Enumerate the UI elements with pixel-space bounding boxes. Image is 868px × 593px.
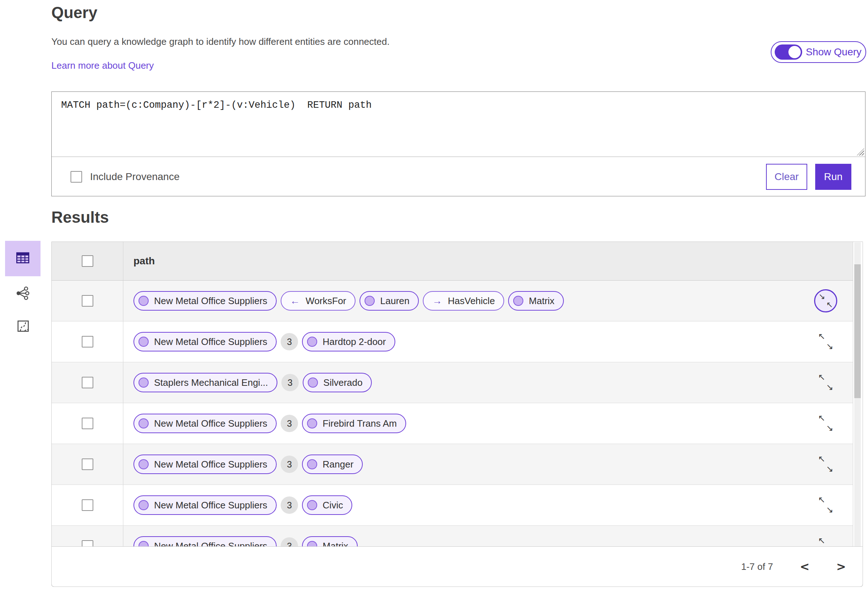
select-all-checkbox[interactable] [82, 255, 93, 267]
toggle-knob [788, 46, 801, 58]
hop-count-badge: 3 [280, 415, 298, 432]
page-title: Query [52, 4, 97, 22]
row-checkbox-cell [52, 280, 123, 321]
relationship-pill[interactable]: →HasVehicle [423, 291, 504, 311]
collapse-row-button[interactable]: ↘↖ [814, 289, 837, 313]
entity-pill[interactable]: Civic [302, 496, 352, 515]
row-checkbox[interactable] [82, 459, 93, 470]
path-cell: New Metal Office Suppliers←WorksForLaure… [123, 280, 799, 321]
chevron-left-icon[interactable]: < [800, 560, 809, 574]
entity-pill[interactable]: New Metal Office Suppliers [133, 496, 277, 515]
path-cell: New Metal Office Suppliers3Firebird Tran… [123, 403, 799, 444]
entity-pill[interactable]: New Metal Office Suppliers [133, 454, 277, 474]
expand-row-button[interactable]: ↖↘ [818, 416, 833, 431]
expand-row-button[interactable]: ↖↘ [818, 497, 833, 513]
path-cell: Staplers Mechanical Engi...3Silverado [123, 362, 799, 403]
node-icon [307, 418, 317, 428]
path-cell: New Metal Office Suppliers3Ranger [123, 444, 799, 485]
diag-arrow-icon: ↖ [818, 496, 825, 504]
hop-count-badge: 3 [280, 496, 298, 514]
table-body: New Metal Office Suppliers←WorksForLaure… [52, 280, 862, 587]
pill-label: New Metal Office Suppliers [154, 295, 267, 307]
pill-label: Staplers Mechanical Engi... [154, 377, 268, 388]
entity-pill[interactable]: Lauren [360, 291, 419, 311]
table-row: New Metal Office Suppliers3Firebird Tran… [52, 403, 853, 444]
pagination-bar: 1-7 of 7 < > [52, 546, 863, 587]
scrollbar-thumb[interactable] [854, 264, 861, 398]
diag-arrow-icon: ↘ [826, 506, 833, 514]
learn-more-link[interactable]: Learn more about Query [52, 60, 154, 71]
pill-label: New Metal Office Suppliers [154, 336, 267, 348]
entity-pill[interactable]: Firebird Trans Am [302, 414, 406, 433]
include-provenance-checkbox[interactable] [71, 171, 82, 183]
node-icon [139, 378, 149, 388]
node-icon [139, 296, 149, 306]
entity-pill[interactable]: Ranger [302, 454, 363, 474]
expand-row-button[interactable]: ↖↘ [818, 334, 833, 349]
expand-cell: ↖↘ [799, 362, 853, 403]
diag-arrow-icon: ↖ [818, 536, 825, 545]
diag-arrow-icon: ↘ [826, 465, 833, 473]
pill-label: WorksFor [306, 295, 346, 307]
arrow-left-icon: ← [290, 295, 300, 307]
node-icon [139, 500, 149, 510]
arrow-right-icon: → [432, 295, 442, 307]
show-query-toggle[interactable]: Show Query [771, 41, 866, 63]
expand-cell: ↖↘ [799, 485, 853, 525]
table-header-row: path [52, 242, 853, 280]
query-panel: MATCH path=(c:Company)-[r*2]-(v:Vehicle)… [52, 91, 865, 196]
chevron-right-icon[interactable]: > [836, 560, 846, 574]
row-checkbox[interactable] [82, 295, 93, 307]
node-icon [513, 296, 523, 306]
row-checkbox-cell [52, 362, 123, 403]
column-header-path: path [123, 242, 853, 280]
pill-label: HasVehicle [448, 295, 495, 307]
pill-label: Civic [323, 500, 343, 511]
pill-label: New Metal Office Suppliers [154, 459, 267, 470]
include-provenance-label: Include Provenance [90, 171, 180, 183]
node-icon [307, 459, 317, 469]
clear-button[interactable]: Clear [766, 164, 807, 190]
hop-count-badge: 3 [280, 456, 298, 473]
entity-pill[interactable]: New Metal Office Suppliers [133, 414, 277, 433]
expand-row-button[interactable]: ↖↘ [818, 375, 833, 390]
expand-cell: ↖↘ [799, 403, 853, 444]
pill-label: Matrix [529, 295, 554, 307]
expand-cell: ↖↘ [799, 444, 853, 485]
pill-label: New Metal Office Suppliers [154, 500, 267, 511]
entity-pill[interactable]: New Metal Office Suppliers [133, 291, 277, 311]
diag-arrow-icon: ↘ [826, 424, 833, 432]
entity-pill[interactable]: Silverado [303, 373, 372, 392]
sidebar-item-table-view[interactable] [5, 241, 40, 276]
pill-label: Hardtop 2-door [323, 336, 386, 348]
row-checkbox[interactable] [82, 377, 93, 388]
entity-pill[interactable]: Matrix [508, 291, 564, 311]
query-editor-area: MATCH path=(c:Company)-[r*2]-(v:Vehicle)… [52, 92, 865, 157]
entity-pill[interactable]: Staplers Mechanical Engi... [133, 373, 278, 392]
diag-arrow-icon: ↖ [827, 301, 833, 309]
node-icon [307, 336, 317, 347]
table-row: New Metal Office Suppliers3Ranger↖↘ [52, 444, 853, 485]
row-checkbox[interactable] [82, 336, 93, 348]
expand-row-button[interactable]: ↖↘ [818, 457, 833, 472]
relationship-pill[interactable]: ←WorksFor [280, 291, 356, 311]
results-title: Results [52, 208, 109, 226]
sidebar-item-link-chart-view[interactable] [15, 285, 30, 302]
query-input[interactable]: MATCH path=(c:Company)-[r*2]-(v:Vehicle)… [52, 92, 865, 156]
entity-pill[interactable]: New Metal Office Suppliers [133, 332, 277, 351]
toggle-switch-icon[interactable] [775, 44, 802, 60]
row-checkbox[interactable] [82, 417, 93, 429]
node-icon [139, 418, 149, 428]
row-checkbox-cell [52, 444, 123, 485]
pill-label: Silverado [323, 377, 362, 388]
diag-arrow-icon: ↖ [818, 332, 825, 341]
run-button[interactable]: Run [815, 164, 851, 190]
node-icon [307, 500, 317, 510]
entity-pill[interactable]: Hardtop 2-door [302, 332, 395, 351]
sidebar-item-map-view[interactable] [16, 319, 30, 335]
path-cell: New Metal Office Suppliers3Hardtop 2-doo… [123, 322, 799, 362]
row-checkbox[interactable] [82, 499, 93, 511]
pill-label: Ranger [323, 459, 353, 470]
node-icon [139, 459, 149, 469]
vertical-scrollbar[interactable] [854, 242, 861, 547]
